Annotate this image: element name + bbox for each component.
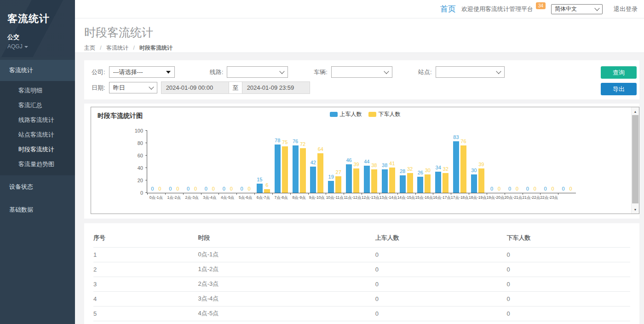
x-tick-label: 2点-3点: [183, 195, 201, 201]
x-tick-label: 19点-20点: [487, 195, 505, 201]
breadcrumb-home[interactable]: 主页: [84, 45, 95, 51]
bar-value-label: 39: [353, 162, 359, 167]
bar-group: 156: [254, 184, 272, 193]
sidebar-subitem[interactable]: 站点客流统计: [0, 127, 75, 142]
notification-badge[interactable]: 34: [536, 2, 546, 9]
legend-item[interactable]: 下车人数: [368, 110, 401, 118]
bar-value-label: 44: [364, 159, 369, 164]
sidebar-item-device-status[interactable]: 设备状态: [0, 175, 75, 198]
date-to-input[interactable]: 2024-01-09 23:59: [242, 81, 310, 94]
sidebar-section-passenger-stats[interactable]: 客流统计: [0, 60, 75, 81]
search-button[interactable]: 查询: [601, 66, 637, 79]
vehicle-label: 车辆:: [314, 68, 328, 76]
sidebar-subitem[interactable]: 客流明细: [0, 83, 75, 98]
bar: 78: [275, 145, 281, 193]
x-tick-label: 16点-17点: [433, 195, 451, 201]
bar-value-label: 39: [478, 162, 484, 167]
topbar: 首页 欢迎使用客流统计管理平台 34 简体中文 退出登录: [75, 0, 644, 18]
bar: 19: [328, 181, 334, 193]
station-select[interactable]: [436, 66, 505, 78]
bar: 39: [353, 168, 359, 193]
y-tick-mark: [145, 180, 147, 180]
bar-value-label: 0: [176, 186, 179, 191]
bar-value-label: 0: [169, 186, 172, 191]
sidebar-subitem[interactable]: 时段客流统计: [0, 142, 75, 157]
content: 公司: ---请选择--- 线路: 车辆: 站点:: [75, 53, 644, 324]
logout-link[interactable]: 退出登录: [614, 5, 638, 13]
bar: 72: [300, 148, 306, 193]
language-select[interactable]: 简体中文: [551, 4, 603, 14]
sidebar-subitem[interactable]: 线路客流统计: [0, 113, 75, 127]
bar: 83: [453, 141, 459, 193]
chart-panel: 时段车流统计图 上车人数下车人数 00000000000015678757672…: [84, 104, 639, 219]
breadcrumb-current: 时段客流统计: [139, 45, 172, 51]
bar: 76: [460, 145, 466, 193]
y-tick-mark: [145, 143, 147, 143]
sidebar-nav: 客流统计 客流明细客流汇总线路客流统计站点客流统计时段客流统计客流量趋势图 设备…: [0, 60, 75, 221]
page-title: 时段客流统计: [84, 25, 644, 40]
breadcrumb-passenger-stats[interactable]: 客流统计: [106, 45, 128, 51]
vehicle-select[interactable]: [331, 66, 392, 78]
bar-value-label: 0: [212, 186, 215, 191]
bar-value-label: 27: [336, 169, 341, 175]
date-preset-select[interactable]: 昨日: [109, 82, 157, 93]
table-body: 10点-1点0021点-2点0032点-3点0043点-4点0054点-5点00…: [93, 248, 630, 324]
line-select[interactable]: [227, 66, 288, 78]
table-row: 21点-2点00: [93, 262, 630, 277]
caret-down-icon: [24, 46, 28, 48]
table-cell: 0: [507, 262, 630, 277]
bar: 75: [282, 146, 288, 193]
scrollbar-up-arrow[interactable]: ▲: [632, 108, 639, 115]
bar-value-label: 0: [544, 186, 547, 191]
table-header-alighting: 下车人数: [507, 230, 630, 248]
table-row: 54点-5点00: [93, 307, 630, 321]
x-tick-label: 21点-22点: [522, 195, 540, 201]
data-table-panel: 序号 时段 上车人数 下车人数 10点-1点0021点-2点0032点-3点00…: [84, 223, 639, 324]
bar-value-label: 0: [223, 186, 225, 191]
table-cell: 0: [375, 321, 507, 324]
bar-value-label: 0: [187, 186, 190, 191]
legend-label: 上车人数: [340, 110, 362, 118]
y-tick-mark: [145, 155, 147, 156]
chart-scrollbar[interactable]: ▲ ▼: [631, 107, 639, 214]
scrollbar-down-arrow[interactable]: ▼: [632, 206, 639, 213]
chevron-down-icon: [280, 69, 285, 74]
company-select[interactable]: ---请选择---: [109, 66, 175, 78]
table-cell: 4: [93, 292, 198, 307]
scrollbar-thumb[interactable]: [632, 115, 638, 203]
bar: 39: [478, 168, 484, 193]
bar-group: 3039: [469, 168, 487, 193]
legend-swatch-icon: [330, 112, 338, 117]
table-header-period: 时段: [198, 230, 375, 248]
export-button[interactable]: 导出: [601, 83, 637, 95]
user-dropdown[interactable]: AQGJ: [7, 43, 68, 50]
sidebar-logo-panel: 客流统计 公交 AQGJ: [0, 0, 75, 57]
bar-group: 7672: [290, 145, 308, 193]
sidebar-subitem[interactable]: 客流量趋势图: [0, 157, 75, 172]
home-link[interactable]: 首页: [440, 4, 456, 14]
bar-value-label: 42: [310, 160, 316, 165]
sidebar-item-base-data[interactable]: 基础数据: [0, 198, 75, 221]
bar: 46: [346, 164, 352, 193]
company-label: 公司:: [92, 68, 105, 76]
bar: 38: [371, 169, 377, 193]
table-cell: 0: [375, 277, 507, 292]
legend-item[interactable]: 上车人数: [330, 110, 362, 118]
bar: 64: [317, 153, 323, 193]
legend-swatch-icon: [368, 112, 376, 117]
x-tick-label: 6点-7点: [254, 195, 272, 201]
table-cell: 2点-3点: [198, 277, 375, 292]
table-cell: 0: [507, 307, 630, 321]
table-cell: 6: [93, 321, 198, 324]
bar-value-label: 34: [436, 165, 441, 170]
y-tick-label: 100: [135, 128, 143, 133]
sidebar-subitem[interactable]: 客流汇总: [0, 98, 75, 113]
table-cell: 0: [507, 248, 630, 262]
x-tick-label: 8点-9点: [290, 195, 308, 201]
bar: 38: [382, 169, 388, 193]
bar-value-label: 0: [151, 186, 154, 191]
date-preset-value: 昨日: [113, 84, 125, 92]
date-from-input[interactable]: 2024-01-09 00:00: [161, 81, 229, 94]
chevron-down-icon: [496, 69, 501, 74]
chart-x-labels: 0点-1点1点-2点2点-3点3点-4点4点-5点5点-6点6点-7点7点-8点…: [147, 195, 576, 201]
